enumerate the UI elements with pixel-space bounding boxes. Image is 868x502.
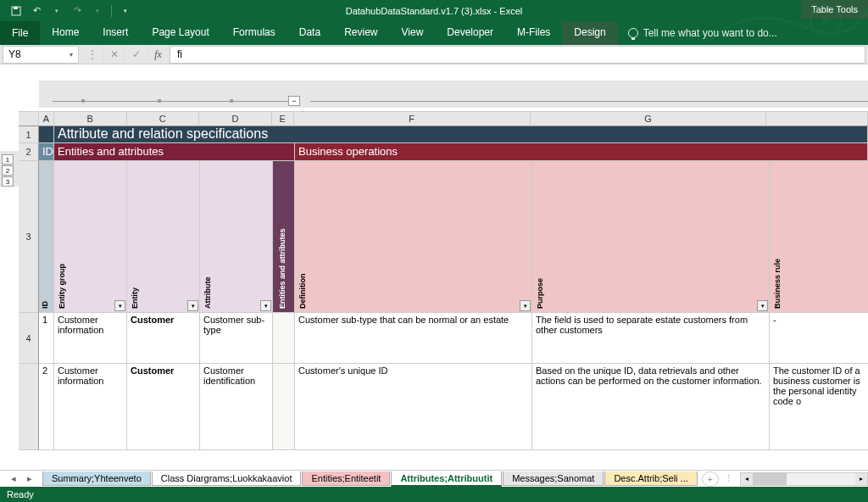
cell-C4[interactable]: Customer xyxy=(127,313,200,364)
cell-A1[interactable] xyxy=(39,126,54,143)
colhead-F[interactable]: F xyxy=(294,112,531,126)
cell-B5[interactable]: Customer information xyxy=(54,364,127,450)
cell-B2-entities[interactable]: Entities and attributes xyxy=(54,143,295,161)
sheet-next-icon[interactable]: ▸ xyxy=(27,473,32,484)
tab-page-layout[interactable]: Page Layout xyxy=(140,21,220,45)
header-business-rule: Business rule xyxy=(773,259,782,309)
save-icon[interactable] xyxy=(7,2,25,20)
cancel-icon[interactable]: ✕ xyxy=(103,46,125,64)
sheet-tab-descattrib[interactable]: Desc.Attrib;Seli ... xyxy=(604,471,697,486)
cell-B1-title[interactable]: Attribute and relation specifications xyxy=(54,126,868,143)
customize-qat-icon[interactable]: ▾ xyxy=(116,2,135,20)
cell-A2[interactable]: ID xyxy=(39,143,54,161)
outline-level-2[interactable]: 2 xyxy=(2,165,14,176)
filter-icon[interactable]: ▾ xyxy=(187,300,198,311)
worksheet-grid: 1 2 3 − A B C D E F G 1 2 3 4 Attribute … xyxy=(0,75,868,457)
name-box-dropdown-icon[interactable]: ▾ xyxy=(70,51,73,59)
cell-C5[interactable]: Customer xyxy=(127,364,200,450)
horizontal-scrollbar[interactable]: ◂ ▸ xyxy=(740,472,868,486)
cell-F2-business[interactable]: Business operations xyxy=(295,143,868,161)
tab-review[interactable]: Review xyxy=(332,21,389,45)
sheet-tab-entities[interactable]: Entities;Entiteetit xyxy=(302,471,390,486)
outline-level-1[interactable]: 1 xyxy=(2,154,14,165)
formula-dots-icon[interactable]: ⋮ xyxy=(81,46,103,64)
filter-icon[interactable]: ▾ xyxy=(260,300,271,311)
tab-design[interactable]: Design xyxy=(562,21,617,45)
cell-D5[interactable]: Customer identification xyxy=(200,364,273,450)
colhead-blank[interactable] xyxy=(19,112,39,126)
cell-B3[interactable]: Entity group ▾ xyxy=(54,161,127,313)
colhead-C[interactable]: C xyxy=(127,112,200,126)
enter-icon[interactable]: ✓ xyxy=(125,46,147,64)
new-sheet-button[interactable]: + xyxy=(702,471,719,487)
cell-C3[interactable]: Entity ▾ xyxy=(127,161,200,313)
cell-G3[interactable]: Purpose ▾ xyxy=(532,161,770,313)
cell-H4[interactable]: - xyxy=(770,313,868,364)
sheet-tab-attributes[interactable]: Attributes;Attribuutit xyxy=(391,471,502,487)
sheet-prev-icon[interactable]: ◂ xyxy=(11,473,16,484)
window-title: DatahubDataStandard.v1.7 (3).xlsx - Exce… xyxy=(346,6,523,16)
formula-input[interactable]: fi xyxy=(170,46,865,64)
scroll-thumb[interactable] xyxy=(753,473,787,485)
colhead-H[interactable] xyxy=(766,112,868,126)
column-headers: A B C D E F G xyxy=(19,111,868,126)
rowhead-1[interactable]: 1 xyxy=(19,126,39,143)
undo-dropdown-icon[interactable]: ▾ xyxy=(47,2,66,20)
cell-G5[interactable]: Based on the unique ID, data retrievals … xyxy=(532,364,770,450)
sheet-tab-classdiagrams[interactable]: Class Diargrams;Luokkakaaviot xyxy=(152,471,302,486)
cell-G4[interactable]: The field is used to separate estate cus… xyxy=(532,313,770,364)
name-box[interactable]: Y8 ▾ xyxy=(3,46,79,64)
undo-icon[interactable]: ↶ xyxy=(27,2,46,20)
filter-icon[interactable]: ▾ xyxy=(114,300,125,311)
tab-mfiles[interactable]: M-Files xyxy=(505,21,562,45)
colhead-E[interactable]: E xyxy=(272,112,294,126)
sheet-tab-messages[interactable]: Messages;Sanomat xyxy=(503,471,604,486)
tab-formulas[interactable]: Formulas xyxy=(221,21,287,45)
cell-A4[interactable]: 1 xyxy=(39,313,54,364)
colhead-D[interactable]: D xyxy=(199,112,272,126)
tab-data[interactable]: Data xyxy=(287,21,332,45)
tab-file[interactable]: File xyxy=(0,21,40,45)
cell-F3[interactable]: Definition ▾ xyxy=(295,161,532,313)
cell-E3[interactable]: Entities and attributes xyxy=(273,161,295,313)
rowhead-5[interactable] xyxy=(19,364,39,450)
cell-F5[interactable]: Customer's unique ID xyxy=(295,364,532,450)
cell-B4[interactable]: Customer information xyxy=(54,313,127,364)
colhead-G[interactable]: G xyxy=(531,112,767,126)
rowhead-3[interactable]: 3 xyxy=(19,161,39,313)
colhead-B[interactable]: B xyxy=(54,112,127,126)
colhead-A[interactable]: A xyxy=(39,112,54,126)
cell-F4[interactable]: Customer sub-type that can be normal or … xyxy=(295,313,532,364)
tell-me-search[interactable]: Tell me what you want to do... xyxy=(618,21,787,45)
filter-icon[interactable]: ▾ xyxy=(757,300,768,311)
rowhead-2[interactable]: 2 xyxy=(19,143,39,161)
scroll-left-icon[interactable]: ◂ xyxy=(741,473,753,485)
tab-view[interactable]: View xyxy=(390,21,436,45)
redo-dropdown-icon[interactable]: ▾ xyxy=(88,2,107,20)
sheet-tab-summary[interactable]: Summary;Yhteenveto xyxy=(42,471,151,486)
cell-D3[interactable]: Attribute ▾ xyxy=(200,161,273,313)
cell-E4[interactable] xyxy=(273,313,295,364)
fx-icon[interactable]: fx xyxy=(147,46,170,64)
tab-developer[interactable]: Developer xyxy=(435,21,505,45)
column-group-ruler: − xyxy=(39,81,868,108)
rowhead-4[interactable]: 4 xyxy=(19,313,39,364)
ribbon-tabs: File Home Insert Page Layout Formulas Da… xyxy=(0,21,868,45)
tab-scroll-dots-icon[interactable]: ⋮ xyxy=(724,473,733,484)
cell-H5[interactable]: The customer ID of a business customer i… xyxy=(770,364,868,450)
cell-A3[interactable]: ID xyxy=(39,161,54,313)
cell-A5[interactable]: 2 xyxy=(39,364,54,450)
tab-home[interactable]: Home xyxy=(40,21,91,45)
scroll-right-icon[interactable]: ▸ xyxy=(855,473,867,485)
outline-level-3[interactable]: 3 xyxy=(2,176,14,187)
redo-icon[interactable]: ↷ xyxy=(68,2,86,20)
sheet-nav-buttons: ◂ ▸ xyxy=(0,473,42,484)
group-collapse-button[interactable]: − xyxy=(288,96,300,106)
formula-value: fi xyxy=(177,48,182,60)
cell-H3[interactable]: Business rule xyxy=(770,161,868,313)
cell-E5[interactable] xyxy=(273,364,295,450)
cell-D4[interactable]: Customer sub-type xyxy=(200,313,273,364)
tab-insert[interactable]: Insert xyxy=(91,21,140,45)
filter-icon[interactable]: ▾ xyxy=(520,300,531,311)
status-bar: Ready xyxy=(0,487,868,502)
